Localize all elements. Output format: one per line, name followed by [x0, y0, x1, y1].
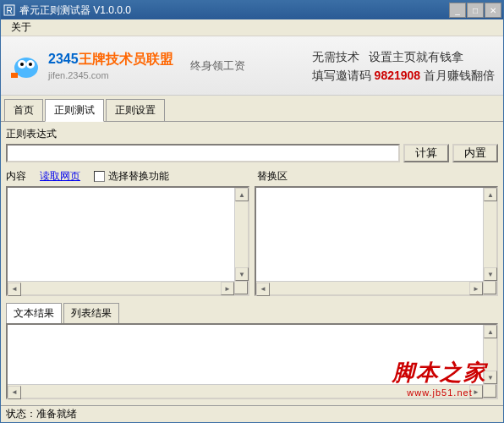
- banner-l2a: 填写邀请码: [312, 69, 371, 82]
- scroll-down-icon-3[interactable]: ▼: [484, 371, 497, 384]
- titlebar[interactable]: R 睿元正则测试器 V1.0.0.0 _ □ ✕: [1, 1, 503, 19]
- scroll-left-icon[interactable]: ◄: [8, 283, 21, 296]
- scrollbar-h[interactable]: ◄ ►: [8, 281, 234, 294]
- scroll-up-icon-3[interactable]: ▲: [484, 325, 497, 338]
- window-controls: _ □ ✕: [449, 3, 501, 18]
- status-value: 准备就绪: [36, 407, 77, 421]
- tab-home[interactable]: 首页: [4, 99, 43, 122]
- tab-content: 正则表达式 计算 内置 内容 读取网页 选择替换功能 替换区 ▲ ▼: [1, 121, 503, 405]
- menu-about[interactable]: 关于: [6, 19, 36, 36]
- scroll-left-icon-2[interactable]: ◄: [256, 283, 270, 296]
- svg-point-6: [29, 63, 32, 66]
- scroll-right-icon[interactable]: ►: [221, 282, 234, 295]
- close-button[interactable]: ✕: [485, 3, 501, 18]
- window-title: 睿元正则测试器 V1.0.0.0: [19, 3, 449, 18]
- svg-rect-7: [11, 73, 18, 78]
- banner-logo: 2345王牌技术员联盟 jifen.2345.com: [48, 51, 173, 80]
- options-row: 内容 读取网页 选择替换功能 替换区: [6, 169, 498, 184]
- svg-text:R: R: [6, 6, 12, 15]
- replace-area-label: 替换区: [257, 169, 498, 184]
- scroll-up-icon[interactable]: ▲: [235, 188, 249, 201]
- replace-checkbox[interactable]: [94, 171, 105, 182]
- scroll-corner-3: [483, 384, 496, 398]
- result-tabs: 文本结果 列表结果: [6, 303, 498, 324]
- scroll-up-icon-2[interactable]: ▲: [484, 188, 497, 201]
- expression-row: 计算 内置: [6, 144, 498, 162]
- invite-code: 9821908: [375, 69, 421, 82]
- tab-regex-test[interactable]: 正则测试: [45, 99, 104, 122]
- mascot-icon: [9, 49, 43, 83]
- logo-prefix: 2345: [48, 52, 79, 66]
- banner-l1a: 无需技术: [312, 50, 359, 63]
- replace-checkbox-label: 选择替换功能: [108, 169, 169, 184]
- scroll-corner: [234, 281, 248, 294]
- scroll-down-icon[interactable]: ▼: [235, 267, 249, 281]
- replace-col: ▲ ▼ ◄ ►: [255, 186, 498, 296]
- scroll-down-icon-2[interactable]: ▼: [484, 267, 497, 281]
- main-tabs: 首页 正则测试 正则设置: [1, 96, 503, 122]
- status-label: 状态：: [6, 407, 36, 421]
- scrollbar-h-2[interactable]: ◄ ►: [256, 281, 483, 294]
- maximize-button[interactable]: □: [467, 3, 484, 18]
- banner-left: 2345王牌技术员联盟 jifen.2345.com: [9, 49, 173, 83]
- scroll-corner-2: [483, 281, 496, 294]
- logo-main: 2345王牌技术员联盟: [48, 51, 173, 69]
- result-textarea[interactable]: ▲ ▼ ◄ ►: [6, 323, 498, 399]
- replace-checkbox-wrap[interactable]: 选择替换功能: [94, 169, 169, 184]
- builtin-button[interactable]: 内置: [452, 144, 498, 162]
- banner-line1: 无需技术 设置主页就有钱拿: [312, 47, 495, 66]
- svg-point-5: [20, 63, 24, 66]
- scrollbar-v[interactable]: ▲ ▼: [234, 188, 248, 294]
- ad-banner: 2345王牌技术员联盟 jifen.2345.com 终身领工资 无需技术 设置…: [1, 36, 503, 96]
- banner-mid: 终身领工资: [190, 58, 245, 74]
- banner-line2: 填写邀请码 9821908 首月赚钱翻倍: [312, 66, 495, 85]
- app-window: R 睿元正则测试器 V1.0.0.0 _ □ ✕ 关于 2345王牌技术员联: [0, 0, 504, 423]
- scrollbar-h-3[interactable]: ◄ ►: [8, 384, 483, 398]
- content-textarea[interactable]: ▲ ▼ ◄ ►: [6, 186, 249, 296]
- scroll-right-icon-3[interactable]: ►: [469, 385, 483, 398]
- replace-textarea[interactable]: ▲ ▼ ◄ ►: [255, 186, 498, 296]
- scroll-right-icon-2[interactable]: ►: [469, 282, 483, 295]
- logo-text: 王牌技术员联盟: [79, 52, 173, 66]
- scroll-left-icon-3[interactable]: ◄: [8, 386, 21, 399]
- menubar: 关于: [1, 19, 503, 36]
- scrollbar-v-2[interactable]: ▲ ▼: [483, 188, 496, 294]
- banner-l1b: 设置主页就有钱拿: [369, 50, 463, 63]
- logo-url: jifen.2345.com: [48, 70, 173, 80]
- app-icon: R: [3, 3, 16, 17]
- tab-text-result[interactable]: 文本结果: [6, 303, 62, 324]
- svg-point-2: [14, 58, 38, 78]
- tab-list-result[interactable]: 列表结果: [63, 303, 119, 324]
- banner-l2b: 首月赚钱翻倍: [424, 69, 495, 82]
- tab-regex-settings[interactable]: 正则设置: [106, 99, 165, 122]
- textareas-row: ▲ ▼ ◄ ► ▲ ▼ ◄: [6, 186, 498, 296]
- calc-button[interactable]: 计算: [403, 144, 449, 162]
- expression-label: 正则表达式: [6, 127, 498, 141]
- expression-input[interactable]: [6, 144, 400, 162]
- statusbar: 状态： 准备就绪: [1, 405, 503, 422]
- banner-right: 无需技术 设置主页就有钱拿 填写邀请码 9821908 首月赚钱翻倍: [312, 47, 495, 85]
- minimize-button[interactable]: _: [449, 3, 466, 18]
- content-col: ▲ ▼ ◄ ►: [6, 186, 249, 296]
- get-page-link[interactable]: 读取网页: [40, 169, 80, 184]
- content-label: 内容: [6, 169, 26, 184]
